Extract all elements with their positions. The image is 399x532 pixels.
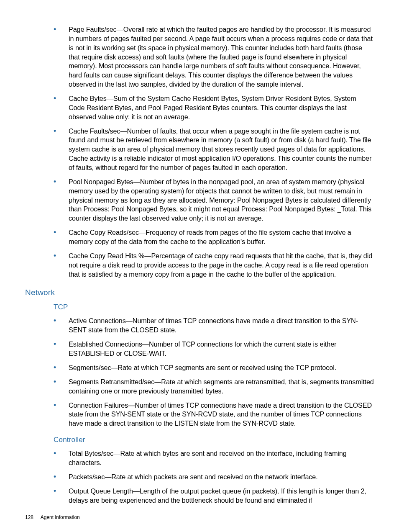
document-page: Page Faults/sec—Overall rate at which th… <box>0 0 399 532</box>
network-heading: Network <box>25 288 374 297</box>
list-item: Cache Faults/sec—Number of faults, that … <box>54 127 374 172</box>
controller-counters-list: Total Bytes/sec—Rate at which bytes are … <box>54 449 374 505</box>
list-item: Connection Failures—Number of times TCP … <box>54 401 374 429</box>
tcp-heading: TCP <box>54 303 374 311</box>
page-footer: 128 Agent information <box>25 514 80 520</box>
list-item: Segments/sec—Rate at which TCP segments … <box>54 363 374 373</box>
list-item: Cache Copy Read Hits %—Percentage of cac… <box>54 252 374 279</box>
controller-heading: Controller <box>54 436 374 444</box>
list-item: Cache Bytes—Sum of the System Cache Resi… <box>54 94 374 122</box>
list-item: Active Connections—Number of times TCP c… <box>54 316 374 335</box>
list-item: Established Connections—Number of TCP co… <box>54 340 374 358</box>
page-number: 128 <box>25 514 33 520</box>
list-item: Pool Nonpaged Bytes—Number of bytes in t… <box>54 177 374 223</box>
list-item: Cache Copy Reads/sec—Frequency of reads … <box>54 228 374 247</box>
memory-counters-list: Page Faults/sec—Overall rate at which th… <box>54 25 374 279</box>
list-item: Output Queue Length—Length of the output… <box>54 487 374 505</box>
footer-section-label: Agent information <box>41 514 80 520</box>
list-item: Packets/sec—Rate at which packets are se… <box>54 473 374 482</box>
tcp-counters-list: Active Connections—Number of times TCP c… <box>54 316 374 428</box>
list-item: Total Bytes/sec—Rate at which bytes are … <box>54 449 374 468</box>
list-item: Page Faults/sec—Overall rate at which th… <box>54 25 374 89</box>
list-item: Segments Retransmitted/sec—Rate at which… <box>54 378 374 396</box>
